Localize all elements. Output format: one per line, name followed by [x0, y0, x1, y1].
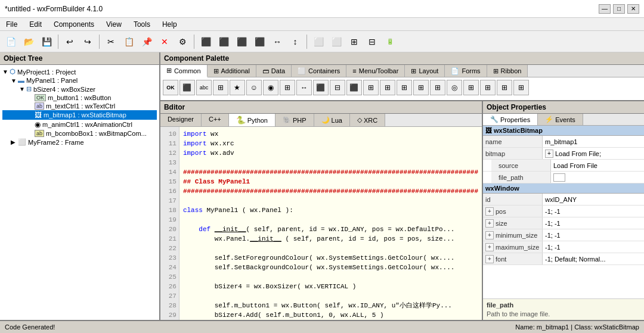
tab-designer[interactable]: Designer [160, 114, 202, 126]
menu-view[interactable]: View [103, 19, 125, 30]
palette-item-abc[interactable]: abc [196, 80, 212, 95]
palette-item-20[interactable]: ⊞ [480, 80, 496, 95]
palette-item-21[interactable]: ⊞ [497, 80, 512, 95]
prop-minsize-value[interactable]: -1; -1 [543, 229, 644, 241]
prop-font-value[interactable]: -1; Default; Normal... [543, 253, 644, 264]
cut-button[interactable]: ✂ [103, 33, 119, 50]
palette-item-6[interactable]: ☺ [246, 80, 262, 95]
palette-tab-common[interactable]: ⊞ Common [160, 65, 208, 77]
maximize-button[interactable]: □ [613, 4, 625, 14]
menu-tools[interactable]: Tools [130, 19, 154, 30]
battery-button[interactable]: 🔋 [382, 33, 398, 50]
delete-button[interactable]: ✕ [156, 33, 173, 50]
tree-toggle-frame2[interactable]: ▶ [11, 139, 18, 145]
palette-item-2[interactable]: ⬛ [179, 80, 195, 95]
palette-item-7[interactable]: ◉ [263, 80, 278, 95]
tree-item-anim[interactable]: ◉ m_animCtrl1 : wxAnimationCtrl [2, 120, 157, 129]
tree-item-sizer[interactable]: ▼ ⊟ bSizer4 : wxBoxSizer [2, 85, 157, 94]
minsize-expand-btn[interactable]: + [485, 231, 494, 239]
palette-item-9[interactable]: ↔ [296, 80, 312, 95]
minimize-button[interactable]: — [599, 4, 611, 14]
tab-python[interactable]: 🐍 Python [229, 114, 275, 126]
tree-anim-icon: ◉ [35, 120, 41, 129]
maxsize-expand-btn[interactable]: + [485, 243, 494, 251]
tree-item-button[interactable]: OK m_button1 : wxButton [2, 94, 157, 102]
align-left-button[interactable]: ⬛ [197, 33, 214, 50]
tab-lua[interactable]: 🌙 Lua [314, 114, 350, 126]
open-button[interactable]: 📂 [20, 33, 37, 50]
palette-item-15[interactable]: ⊞ [397, 80, 412, 95]
prop-name-value[interactable]: m_bitmap1 [543, 136, 644, 147]
tree-item-project[interactable]: ▼ ⬡ MyProject1 : Project [2, 67, 157, 76]
pos-expand-btn[interactable]: + [485, 207, 494, 216]
save-button[interactable]: 💾 [38, 33, 55, 50]
palette-item-5[interactable]: ★ [230, 80, 245, 95]
palette-tab-data[interactable]: 🗃 Data [256, 65, 292, 77]
layout-button[interactable]: ⊟ [364, 33, 380, 50]
palette-item-16[interactable]: ⊞ [413, 80, 429, 95]
prop-pos-value[interactable]: -1; -1 [543, 206, 644, 217]
font-expand-btn[interactable]: + [485, 255, 494, 263]
tab-php[interactable]: 🐘 PHP [275, 114, 314, 126]
undo-button[interactable]: ↩ [61, 33, 78, 50]
tree-item-panel[interactable]: ▼ ▬ MyPanel1 : Panel [2, 76, 157, 85]
palette-item-12[interactable]: ⬛ [346, 80, 362, 95]
prop-size-value[interactable]: -1; -1 [543, 217, 644, 229]
copy-button[interactable]: 📋 [120, 33, 137, 50]
align-top-button[interactable]: ⬛ [233, 33, 250, 50]
palette-item-18[interactable]: ◎ [447, 80, 462, 95]
palette-tab-additional[interactable]: ⊞ Additional [208, 65, 256, 77]
palette-item-10[interactable]: ⬛ [313, 80, 329, 95]
menu-edit[interactable]: Edit [26, 19, 45, 30]
redo-button[interactable]: ↪ [79, 33, 96, 50]
palette-item-ok[interactable]: OK [163, 80, 178, 95]
new-button[interactable]: 📄 [2, 33, 19, 50]
palette-tab-menutoolbar[interactable]: ≡ Menu/Toolbar [346, 65, 405, 77]
palette-item-11[interactable]: ⊟ [330, 80, 345, 95]
tree-toggle[interactable]: ▼ [19, 86, 26, 92]
paste-button[interactable]: 📌 [138, 33, 155, 50]
tab-events[interactable]: ⚡ Events [538, 114, 583, 125]
menu-components[interactable]: Components [50, 19, 98, 30]
palette-item-14[interactable]: ⊞ [380, 80, 395, 95]
tab-cpp[interactable]: C++ [202, 114, 229, 126]
palette-tab-layout[interactable]: ⊞ Layout [405, 65, 445, 77]
prop-maxsize-value[interactable]: -1; -1 [543, 241, 644, 253]
grid-button[interactable]: ⊞ [346, 33, 363, 50]
menu-file[interactable]: File [2, 19, 21, 30]
expand-h-button[interactable]: ↔ [269, 33, 286, 50]
tree-item-bcombo[interactable]: ab m_bcomboBox1 : wxBitmapCom... [2, 129, 157, 138]
panel-button[interactable]: ⬜ [328, 33, 345, 50]
palette-item-4[interactable]: ⊞ [213, 80, 228, 95]
settings-button[interactable]: ⚙ [174, 33, 191, 50]
bitmap-expand-btn[interactable]: + [545, 150, 553, 158]
tree-item-bitmap[interactable]: 🖼 m_bitmap1 : wxStaticBitmap [2, 110, 157, 120]
tree-item-textctrl[interactable]: ab m_textCtrl1 : wxTextCtrl [2, 102, 157, 110]
code-content[interactable]: 10111213 14151617 18192021 22232425 2627… [160, 127, 482, 320]
prop-filepath-value[interactable] [551, 172, 644, 183]
prop-source-value[interactable]: Load From File [551, 160, 644, 171]
palette-item-13[interactable]: ⊞ [363, 80, 379, 95]
menu-help[interactable]: Help [159, 19, 181, 30]
tree-toggle[interactable]: ▼ [2, 69, 10, 75]
close-button[interactable]: ✕ [627, 4, 639, 14]
align-right-button[interactable]: ⬛ [215, 33, 232, 50]
tree-toggle[interactable]: ▼ [11, 77, 18, 84]
code-text[interactable]: import wx import wx.xrc import wx.adv ##… [179, 127, 482, 320]
tab-properties[interactable]: 🔧 Properties [483, 114, 538, 125]
expand-v-button[interactable]: ↕ [287, 33, 304, 50]
palette-tab-ribbon[interactable]: ⊞ Ribbon [487, 65, 528, 77]
palette-tab-forms[interactable]: 📄 Forms [445, 65, 487, 77]
tab-xrc[interactable]: ◇ XRC [350, 114, 385, 126]
palette-item-17[interactable]: ⊞ [430, 80, 445, 95]
palette-item-8[interactable]: ⊞ [280, 80, 295, 95]
palette-item-22[interactable]: ⊞ [513, 80, 529, 95]
size-expand-btn[interactable]: + [485, 219, 494, 228]
align-bottom-button[interactable]: ⬛ [251, 33, 268, 50]
palette-tab-containers[interactable]: ⬜ Containers [292, 65, 346, 77]
prop-id-value[interactable]: wxID_ANY [543, 194, 644, 205]
palette-item-19[interactable]: ⊞ [463, 80, 479, 95]
frame-button[interactable]: ⬜ [310, 33, 327, 50]
tree-item-frame2[interactable]: ▶ ⬜ MyFrame2 : Frame [2, 138, 157, 147]
prop-bitmap-value[interactable]: + Load From File; [543, 148, 644, 159]
